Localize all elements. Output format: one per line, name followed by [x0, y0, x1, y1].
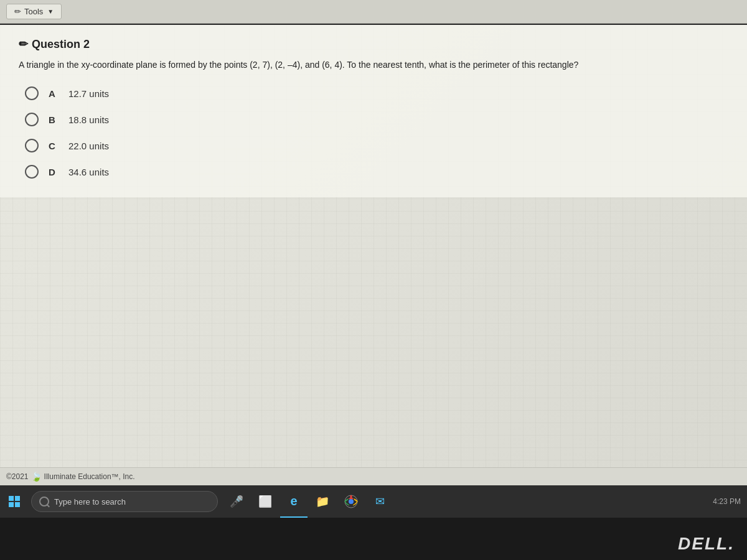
option-row-c[interactable]: C 22.0 units — [25, 139, 728, 152]
pencil-icon: ✏ — [14, 7, 21, 16]
taskbar: Type here to search 🎤 ⬜ e 📁 — [0, 485, 747, 560]
question-title: ✏ Question 2 — [19, 37, 728, 51]
option-row-b[interactable]: B 18.8 units — [25, 113, 728, 126]
option-label-b: B — [49, 114, 59, 125]
question-pencil-icon: ✏ — [19, 37, 28, 51]
quiz-background: ✏ Question 2 A triangle in the xy-coordi… — [0, 25, 747, 485]
question-card: ✏ Question 2 A triangle in the xy-coordi… — [0, 25, 747, 197]
search-bar[interactable]: Type here to search — [31, 491, 218, 512]
edge-browser-icon[interactable]: e — [280, 485, 308, 518]
copyright-bar: ©2021 🍃 Illuminate Education™, Inc. — [0, 467, 747, 485]
microphone-icon[interactable]: 🎤 — [223, 485, 250, 518]
radio-a[interactable] — [25, 86, 39, 100]
copyright-text: ©2021 — [6, 472, 29, 481]
radio-d[interactable] — [25, 165, 39, 179]
search-icon — [39, 497, 49, 506]
start-button[interactable] — [0, 485, 29, 518]
question-text: A triangle in the xy-coordinate plane is… — [19, 58, 728, 72]
option-text-c: 22.0 units — [68, 141, 109, 151]
option-text-d: 34.6 units — [68, 167, 109, 177]
dell-logo-area: DELL. — [678, 534, 735, 554]
dell-logo: DELL. — [678, 534, 735, 553]
windows-icon — [9, 496, 20, 507]
radio-c[interactable] — [25, 139, 39, 152]
toolbar: ✏ Tools ▼ — [0, 0, 747, 24]
question-title-text: Question 2 — [32, 38, 90, 51]
option-row-d[interactable]: D 34.6 units — [25, 165, 728, 179]
illuminate-logo-icon: 🍃 — [31, 472, 42, 482]
svg-point-1 — [349, 499, 354, 504]
tools-button[interactable]: ✏ Tools ▼ — [6, 4, 62, 19]
copyright-company: Illuminate Education™, Inc. — [44, 472, 135, 481]
radio-b[interactable] — [25, 113, 39, 126]
task-view-icon[interactable]: ⬜ — [251, 485, 279, 518]
time-display: 4:23 PM — [713, 497, 741, 506]
option-label-d: D — [49, 167, 59, 177]
dropdown-arrow-icon: ▼ — [47, 8, 54, 15]
taskbar-icons: 🎤 ⬜ e 📁 — [223, 485, 393, 518]
search-placeholder: Type here to search — [54, 497, 126, 506]
options-container: A 12.7 units B 18.8 units C 22.0 units D… — [19, 86, 728, 179]
chrome-icon-svg — [344, 495, 358, 508]
tools-label: Tools — [24, 7, 43, 16]
system-tray: 4:23 PM — [713, 497, 747, 506]
mail-icon[interactable]: ✉ — [366, 485, 393, 518]
option-label-a: A — [49, 88, 59, 99]
option-text-b: 18.8 units — [68, 114, 109, 125]
option-text-a: 12.7 units — [68, 88, 109, 99]
option-label-c: C — [49, 141, 59, 151]
taskbar-inner: Type here to search 🎤 ⬜ e 📁 — [0, 485, 747, 518]
file-explorer-icon[interactable]: 📁 — [309, 485, 336, 518]
chrome-icon[interactable] — [337, 485, 365, 518]
option-row-a[interactable]: A 12.7 units — [25, 86, 728, 100]
